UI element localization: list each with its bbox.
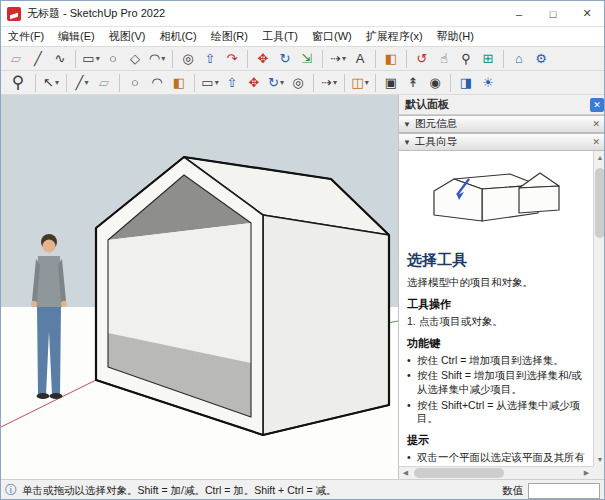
tool-styles[interactable]: ◨: [455, 72, 477, 94]
instructor-horizontal-scrollbar[interactable]: ◀ ▶: [399, 466, 593, 479]
dropdown-arrow-icon[interactable]: ▾: [342, 55, 346, 63]
extension-icon: ⚙: [535, 52, 547, 65]
tool-zoom-large[interactable]: ⚲: [5, 72, 31, 94]
tool-circle-2[interactable]: ○: [124, 72, 146, 94]
tool-rotate-2[interactable]: ↻▾: [265, 72, 287, 94]
dropdown-arrow-icon[interactable]: ▾: [365, 79, 369, 87]
menu-edit[interactable]: 编辑(E): [51, 27, 102, 46]
dropdown-arrow-icon[interactable]: ▾: [96, 55, 100, 63]
toolbar-separator: [35, 74, 36, 92]
tool-text[interactable]: A: [349, 48, 371, 70]
warehouse-icon: ⌂: [515, 52, 523, 65]
tool-line[interactable]: ╱: [27, 48, 49, 70]
tool-tape-2[interactable]: ⇢▾: [318, 72, 340, 94]
tool-rotate[interactable]: ↻: [274, 48, 296, 70]
tool-move-2[interactable]: ✥: [243, 72, 265, 94]
menu-camera[interactable]: 相机(C): [152, 27, 203, 46]
tool-pan[interactable]: ☝: [433, 48, 455, 70]
tool-paint-2[interactable]: ◧: [168, 72, 190, 94]
line-icon: ╱: [76, 76, 84, 89]
collapse-arrow-icon[interactable]: ▼: [403, 138, 411, 147]
instructor-vertical-scrollbar[interactable]: ▲ ▼: [593, 151, 605, 466]
tool-push-pull-2[interactable]: ⇧: [221, 72, 243, 94]
minimize-button[interactable]: –: [502, 1, 536, 26]
tool-follow-me[interactable]: ↷: [221, 48, 243, 70]
menu-help[interactable]: 帮助(H): [430, 27, 481, 46]
menu-draw[interactable]: 绘图(R): [204, 27, 255, 46]
dropdown-arrow-icon[interactable]: ▾: [280, 79, 284, 87]
push-pull-icon: ⇧: [227, 76, 238, 89]
scroll-left-icon[interactable]: ◀: [399, 469, 412, 477]
tool-3d-warehouse[interactable]: ⌂: [508, 48, 530, 70]
menu-tools[interactable]: 工具(T): [255, 27, 305, 46]
menu-window[interactable]: 窗口(W): [305, 27, 359, 46]
scroll-down-icon[interactable]: ▼: [594, 453, 605, 466]
tool-eraser[interactable]: ▱: [5, 48, 27, 70]
tool-circle[interactable]: ○: [102, 48, 124, 70]
instructor-modifier-item: •按住 Shift+Ctrl = 从选择集中减少项目。: [407, 399, 589, 426]
instructor-title: 选择工具: [407, 251, 589, 270]
circle-icon: ○: [109, 52, 117, 65]
info-icon[interactable]: ⓘ: [5, 482, 17, 499]
tool-look-around[interactable]: ◉: [424, 72, 446, 94]
tool-move[interactable]: ✥: [252, 48, 274, 70]
panel-close-icon[interactable]: ✕: [590, 98, 604, 112]
dropdown-arrow-icon[interactable]: ▾: [161, 55, 165, 63]
tool-shadows[interactable]: ☀: [477, 72, 499, 94]
tool-arc[interactable]: ◠▾: [146, 48, 168, 70]
collapse-arrow-icon[interactable]: ▼: [403, 120, 411, 129]
menu-file[interactable]: 文件(F): [1, 27, 51, 46]
menu-extensions[interactable]: 扩展程序(x): [359, 27, 430, 46]
dropdown-arrow-icon[interactable]: ▾: [55, 79, 59, 87]
scale-icon: ⇲: [302, 52, 313, 65]
scroll-up-icon[interactable]: ▲: [594, 151, 605, 164]
zoom-icon: ⚲: [12, 74, 24, 91]
tool-select[interactable]: ↖▾: [40, 72, 62, 94]
menu-view[interactable]: 视图(V): [102, 27, 153, 46]
default-panel: 默认面板 ✕ ▼ 图元信息 ✕ ▼ 工具向导 ✕: [398, 95, 605, 479]
section-close-icon[interactable]: ✕: [590, 119, 602, 129]
section-label: 工具向导: [415, 135, 457, 149]
tool-position-camera[interactable]: ▣: [380, 72, 402, 94]
orbit-icon: ↺: [417, 52, 428, 65]
tool-scale[interactable]: ⇲: [296, 48, 318, 70]
tool-polygon[interactable]: ◇: [124, 48, 146, 70]
tool-line-2[interactable]: ╱▾: [71, 72, 93, 94]
tool-zoom-extents[interactable]: ⊞: [477, 48, 499, 70]
section-instructor[interactable]: ▼ 工具向导 ✕: [399, 133, 605, 151]
toolbar-separator: [344, 74, 345, 92]
panel-title-bar[interactable]: 默认面板 ✕: [399, 95, 605, 115]
dropdown-arrow-icon[interactable]: ▾: [215, 79, 219, 87]
scrollbar-thumb[interactable]: [414, 468, 504, 478]
tool-eraser-2[interactable]: ▱: [93, 72, 115, 94]
section-close-icon[interactable]: ✕: [590, 137, 602, 147]
tool-section-plane[interactable]: ◫▾: [349, 72, 371, 94]
model-viewport[interactable]: [1, 95, 398, 479]
scroll-right-icon[interactable]: ▶: [580, 469, 593, 477]
tool-walk[interactable]: ↟: [402, 72, 424, 94]
tool-offset-2[interactable]: ◎: [287, 72, 309, 94]
tool-offset[interactable]: ◎: [177, 48, 199, 70]
tool-paint-bucket[interactable]: ◧: [380, 48, 402, 70]
tool-rectangle[interactable]: ▭▾: [80, 48, 102, 70]
tool-push-pull[interactable]: ⇧: [199, 48, 221, 70]
tool-rectangle-2[interactable]: ▭▾: [199, 72, 221, 94]
measurement-input[interactable]: [528, 483, 600, 499]
scrollbar-track[interactable]: [412, 467, 580, 479]
scrollbar-track[interactable]: [594, 164, 605, 453]
dropdown-arrow-icon[interactable]: ▾: [84, 79, 88, 87]
zoom-extents-icon: ⊞: [483, 52, 494, 65]
tool-arc-2[interactable]: ◠: [146, 72, 168, 94]
tool-freehand[interactable]: ∿: [49, 48, 71, 70]
scrollbar-thumb[interactable]: [595, 168, 605, 238]
app-window: 无标题 - SketchUp Pro 2022 – □ ✕ 文件(F) 编辑(E…: [0, 0, 605, 500]
tool-orbit[interactable]: ↺: [411, 48, 433, 70]
maximize-button[interactable]: □: [536, 1, 570, 26]
dropdown-arrow-icon[interactable]: ▾: [333, 79, 337, 87]
close-button[interactable]: ✕: [570, 1, 604, 26]
tool-zoom[interactable]: ⚲: [455, 48, 477, 70]
tool-extension-warehouse[interactable]: ⚙: [530, 48, 552, 70]
section-entity-info[interactable]: ▼ 图元信息 ✕: [399, 115, 605, 133]
instructor-modifier-header: 功能键: [407, 336, 589, 351]
tool-tape-measure[interactable]: ⇢▾: [327, 48, 349, 70]
